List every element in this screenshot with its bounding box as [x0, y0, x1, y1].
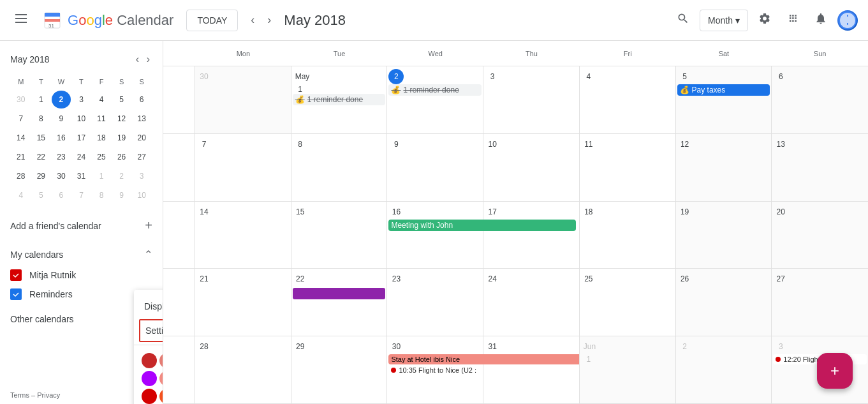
- day-cell-may17[interactable]: 17: [483, 202, 580, 269]
- day-cell-may13[interactable]: 13: [772, 134, 868, 201]
- color-swatch[interactable]: [142, 353, 157, 368]
- color-swatch[interactable]: [142, 389, 157, 404]
- day-cell-may2[interactable]: 2 💰 1 reminder done: [387, 66, 483, 133]
- day-cell-may30[interactable]: 30 Stay at Hotel ibis Nice 10:35 Flight …: [387, 336, 483, 403]
- date-number[interactable]: 30: [196, 69, 212, 84]
- date-number[interactable]: 2: [677, 339, 693, 354]
- mini-cal-day[interactable]: 4: [92, 91, 111, 108]
- date-number[interactable]: 8: [293, 137, 308, 152]
- date-number[interactable]: 5: [677, 69, 693, 84]
- mini-cal-day[interactable]: 30: [52, 167, 71, 185]
- mini-cal-day[interactable]: 8: [92, 186, 111, 204]
- date-number[interactable]: 11: [581, 137, 596, 152]
- mini-cal-day[interactable]: 15: [32, 129, 51, 147]
- day-cell-may3[interactable]: 3: [483, 66, 580, 133]
- mini-next-button[interactable]: ›: [144, 51, 152, 68]
- color-swatch[interactable]: [159, 389, 163, 404]
- calendar-checkbox-mitja[interactable]: [10, 269, 22, 281]
- prev-button[interactable]: ‹: [246, 8, 260, 32]
- mini-cal-day[interactable]: 3: [72, 91, 91, 108]
- event-reminder-done[interactable]: 💰 1 reminder done: [388, 84, 482, 96]
- day-cell-may5[interactable]: 5 💰 Pay taxes: [676, 66, 772, 133]
- display-only-menu-item[interactable]: Display this only: [134, 295, 163, 318]
- date-number[interactable]: 14: [196, 204, 212, 220]
- mini-cal-day[interactable]: 1: [92, 167, 111, 185]
- date-number[interactable]: 24: [485, 271, 500, 287]
- date-number[interactable]: 2: [388, 69, 404, 84]
- date-number[interactable]: 19: [677, 204, 693, 220]
- mini-cal-day[interactable]: 31: [72, 167, 91, 185]
- color-swatch[interactable]: [159, 353, 163, 368]
- mini-cal-day[interactable]: 4: [11, 186, 31, 204]
- day-cell-may21[interactable]: 21: [195, 269, 291, 336]
- day-cell-may24[interactable]: 24: [483, 269, 580, 336]
- mini-cal-day[interactable]: 5: [112, 91, 131, 108]
- mini-cal-day[interactable]: 20: [132, 129, 151, 147]
- mini-cal-day[interactable]: 1: [32, 91, 51, 108]
- mini-cal-day[interactable]: 8: [32, 110, 51, 128]
- date-number[interactable]: 10: [485, 137, 500, 152]
- calendar-item-mitja[interactable]: Mitja Rutnik: [0, 266, 163, 285]
- day-cell-may7[interactable]: 7: [195, 134, 291, 201]
- day-cell-may25[interactable]: 25: [580, 269, 676, 336]
- day-cell-may9[interactable]: 9: [387, 134, 483, 201]
- event-reminder[interactable]: 💰 1 reminder done: [293, 94, 386, 105]
- notifications-icon[interactable]: [809, 7, 832, 33]
- color-swatch[interactable]: [142, 371, 157, 386]
- date-number[interactable]: 26: [677, 271, 693, 287]
- date-number[interactable]: 9: [388, 137, 404, 152]
- date-number[interactable]: 15: [293, 204, 308, 220]
- day-cell-may10[interactable]: 10: [483, 134, 580, 201]
- date-number[interactable]: 22: [293, 271, 308, 287]
- mini-cal-day[interactable]: 25: [92, 148, 111, 166]
- settings-sharing-menu-item[interactable]: Settings and sharing: [139, 319, 163, 342]
- mini-cal-day[interactable]: 5: [32, 186, 51, 204]
- date-number[interactable]: Jun 1: [581, 339, 596, 354]
- date-number[interactable]: May 1: [293, 69, 308, 84]
- mini-cal-day[interactable]: 23: [52, 148, 71, 166]
- date-number[interactable]: 29: [293, 339, 308, 354]
- terms-label[interactable]: Terms: [10, 391, 29, 399]
- avatar[interactable]: [837, 10, 858, 31]
- date-number[interactable]: 20: [773, 204, 788, 220]
- mini-cal-day[interactable]: 6: [132, 91, 151, 108]
- calendar-checkbox-reminders[interactable]: [10, 288, 22, 300]
- next-button[interactable]: ›: [262, 8, 276, 32]
- date-number[interactable]: 3: [773, 339, 788, 354]
- day-cell-may27[interactable]: 27: [772, 269, 868, 336]
- day-cell-may14[interactable]: 14: [195, 202, 291, 269]
- day-cell-jun2[interactable]: 2: [676, 336, 772, 403]
- mini-cal-day[interactable]: 12: [112, 110, 131, 128]
- mini-cal-day[interactable]: 30: [11, 91, 31, 108]
- day-cell-may18[interactable]: 18: [580, 202, 676, 269]
- day-cell-may23[interactable]: 23: [387, 269, 483, 336]
- mini-cal-day[interactable]: 16: [52, 129, 71, 147]
- event-pay-taxes[interactable]: 💰 Pay taxes: [677, 84, 770, 96]
- day-cell-apr30[interactable]: 30: [195, 66, 291, 133]
- privacy-label[interactable]: Privacy: [37, 391, 60, 399]
- date-number[interactable]: 28: [196, 339, 212, 354]
- settings-icon[interactable]: [753, 7, 776, 33]
- date-number[interactable]: 16: [388, 204, 404, 220]
- mini-cal-day[interactable]: 7: [72, 186, 91, 204]
- menu-icon[interactable]: [10, 8, 32, 33]
- date-number[interactable]: 12: [677, 137, 693, 152]
- date-number[interactable]: 30: [388, 339, 404, 354]
- date-number[interactable]: 23: [388, 271, 404, 287]
- mini-cal-day[interactable]: 17: [72, 129, 91, 147]
- view-selector[interactable]: Month ▾: [700, 10, 748, 31]
- mini-cal-day[interactable]: 14: [11, 129, 31, 147]
- date-number[interactable]: 13: [773, 137, 788, 152]
- date-number[interactable]: 4: [581, 69, 596, 84]
- date-number[interactable]: 21: [196, 271, 212, 287]
- date-number[interactable]: 25: [581, 271, 596, 287]
- event-purple[interactable]: [293, 288, 386, 299]
- mini-cal-day[interactable]: 6: [52, 186, 71, 204]
- day-cell-may31[interactable]: 31: [483, 336, 580, 403]
- day-cell-may28[interactable]: 28: [195, 336, 291, 403]
- date-number[interactable]: 31: [485, 339, 500, 354]
- today-button[interactable]: TODAY: [186, 10, 238, 31]
- date-number[interactable]: 3: [485, 69, 500, 84]
- mini-cal-day[interactable]: 24: [72, 148, 91, 166]
- mini-cal-day[interactable]: 18: [92, 129, 111, 147]
